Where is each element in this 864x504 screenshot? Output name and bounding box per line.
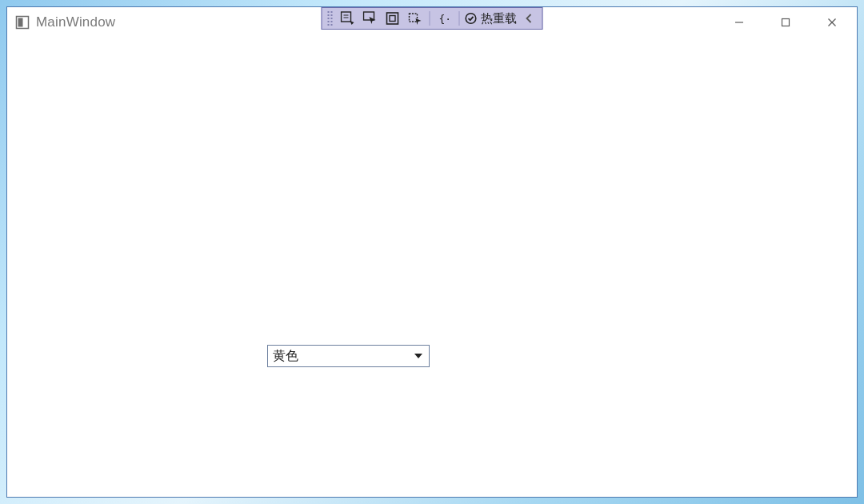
svg-rect-15: [782, 19, 790, 26]
color-combobox[interactable]: 黄色: [267, 345, 430, 367]
collapse-toolbar-button[interactable]: [522, 8, 538, 29]
svg-rect-0: [342, 12, 351, 22]
toolbar-grip-icon[interactable]: [327, 10, 334, 26]
desktop-background: {·} 热重载: [0, 0, 864, 504]
svg-text:{·}: {·}: [439, 13, 452, 25]
go-to-live-visual-tree-button[interactable]: [337, 8, 359, 29]
minimize-icon: [734, 18, 744, 27]
hot-reload-label: 热重载: [481, 11, 517, 26]
toolbar-separator: [430, 11, 430, 26]
chevron-left-icon: [526, 14, 534, 23]
window-controls: [716, 7, 855, 38]
maximize-button[interactable]: [762, 7, 809, 38]
select-element-button[interactable]: [359, 8, 382, 29]
svg-rect-7: [390, 16, 395, 22]
svg-rect-13: [18, 18, 23, 27]
track-focused-element-button[interactable]: [404, 8, 426, 29]
titlebar-left: MainWindow: [15, 14, 115, 30]
chevron-down-icon: [414, 354, 422, 358]
checkmark-circle-icon: [465, 12, 478, 25]
close-button[interactable]: [809, 7, 855, 38]
maximize-icon: [781, 18, 790, 27]
window-title: MainWindow: [36, 14, 115, 30]
svg-marker-9: [416, 18, 422, 25]
close-icon: [827, 18, 837, 27]
display-layout-adorners-button[interactable]: [382, 8, 404, 29]
combobox-selected-value: 黄色: [273, 348, 298, 365]
xaml-debug-toolbar[interactable]: {·} 热重载: [322, 7, 543, 30]
app-icon: [15, 15, 30, 30]
binding-diagnostics-button[interactable]: {·}: [434, 8, 456, 29]
toolbar-separator: [459, 11, 460, 26]
client-area: 黄色: [7, 38, 857, 497]
main-window: {·} 热重载: [6, 6, 858, 498]
svg-rect-6: [387, 13, 398, 24]
hot-reload-button[interactable]: 热重载: [463, 8, 522, 29]
minimize-button[interactable]: [716, 7, 762, 38]
svg-rect-8: [410, 14, 418, 22]
svg-marker-3: [350, 21, 354, 25]
